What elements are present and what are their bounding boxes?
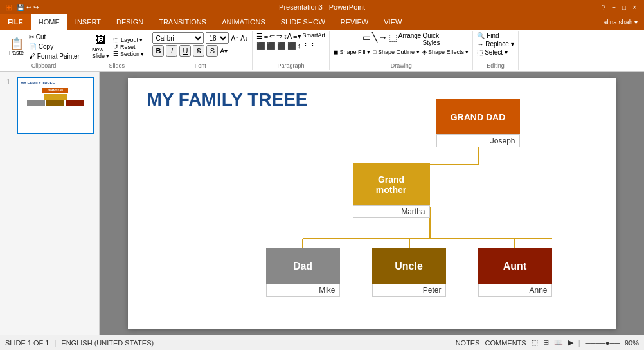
text-direction-btn[interactable]: ↕A bbox=[283, 32, 292, 41]
language-status: ENGLISH (UNITED STATES) bbox=[61, 339, 154, 347]
paragraph-label: Paragraph bbox=[277, 61, 304, 69]
underline-btn[interactable]: U bbox=[179, 45, 191, 57]
bullets-btn[interactable]: ☰ bbox=[256, 32, 263, 41]
tab-design[interactable]: DESIGN bbox=[109, 14, 151, 30]
maximize-btn[interactable]: □ bbox=[620, 4, 629, 11]
bold-btn[interactable]: B bbox=[152, 45, 164, 57]
shape-line[interactable]: ╲ bbox=[372, 32, 377, 46]
ribbon-content: 📋 Paste ✂ Cut 📄 Copy 🖌 Format Painter Cl… bbox=[0, 30, 644, 72]
font-size-select[interactable]: 18 bbox=[206, 32, 229, 44]
node-granddad[interactable]: GRAND DAD Joseph bbox=[436, 99, 520, 147]
window-title: Presentation3 - PowerPoint bbox=[279, 3, 365, 11]
tab-insert[interactable]: INSERT bbox=[67, 14, 109, 30]
tab-review[interactable]: REVIEW bbox=[333, 14, 376, 30]
select-btn[interactable]: ⬚ Select ▾ bbox=[477, 49, 507, 56]
window-controls[interactable]: ? − □ × bbox=[600, 4, 639, 11]
ribbon-group-clipboard: 📋 Paste ✂ Cut 📄 Copy 🖌 Format Painter Cl… bbox=[3, 31, 85, 70]
new-slide-button[interactable]: 🖼 NewSlide ▾ bbox=[89, 33, 112, 60]
tab-home[interactable]: HOME bbox=[31, 14, 67, 30]
granddad-label: GRAND DAD bbox=[451, 112, 506, 122]
tab-view[interactable]: VIEW bbox=[376, 14, 409, 30]
aunt-box: Aunt bbox=[478, 248, 552, 284]
comments-btn[interactable]: COMMENTS bbox=[485, 339, 526, 347]
zoom-slider[interactable]: ────●── bbox=[586, 339, 620, 347]
ribbon-group-font: Calibri 18 A↑ A↓ B I U S̶ S A▾ Font bbox=[148, 31, 252, 70]
slides-label: Slides bbox=[109, 61, 125, 69]
strikethrough-btn[interactable]: S̶ bbox=[193, 45, 204, 57]
align-text-btn[interactable]: ≡▾ bbox=[293, 32, 301, 41]
shape-rect[interactable]: ▭ bbox=[362, 32, 371, 46]
close-btn[interactable]: × bbox=[630, 4, 639, 11]
convert-smartart-btn[interactable]: SmartArt bbox=[303, 32, 326, 41]
minimize-btn[interactable]: − bbox=[609, 4, 618, 11]
slide-panel: 1 MY FAMILY TREEE GRAND DAD bbox=[0, 72, 100, 335]
shape-effects-btn[interactable]: ◈ Shape Effects ▾ bbox=[422, 49, 469, 55]
view-slidesorter-btn[interactable]: ⊞ bbox=[543, 338, 549, 347]
slide-thumbnail[interactable]: MY FAMILY TREEE GRAND DAD bbox=[17, 77, 94, 134]
node-dad[interactable]: Dad Mike bbox=[266, 248, 340, 297]
section-button[interactable]: ☰ Section ▾ bbox=[113, 51, 144, 57]
copy-button[interactable]: 📄 Copy bbox=[28, 42, 81, 51]
layout-button[interactable]: ⬚ Layout ▾ bbox=[113, 37, 144, 43]
tab-transitions[interactable]: TRANSITIONS bbox=[151, 14, 214, 30]
dad-label: Dad bbox=[293, 261, 312, 272]
justify-btn[interactable]: ⬛ bbox=[287, 42, 296, 50]
tab-file[interactable]: FILE bbox=[0, 14, 31, 30]
dad-sublabel: Mike bbox=[266, 284, 340, 297]
view-slideshow-btn[interactable]: ▶ bbox=[568, 338, 573, 347]
shape-fill-btn[interactable]: ◼ Shape Fill ▾ bbox=[334, 49, 370, 55]
ribbon-tabs: FILE HOME INSERT DESIGN TRANSITIONS ANIM… bbox=[0, 14, 644, 30]
ribbon-group-paragraph: ☰ ≡ ⇐ ⇒ ↕A ≡▾ SmartArt ⬛ ⬛ ⬛ ⬛ ↕ ⋮⋮ Para… bbox=[253, 31, 330, 70]
dad-box: Dad bbox=[266, 248, 340, 284]
paste-button[interactable]: 📋 Paste bbox=[6, 37, 26, 57]
font-family-select[interactable]: Calibri bbox=[152, 32, 204, 44]
line-spacing-btn[interactable]: ↕ bbox=[298, 42, 301, 50]
user-name: alina shah ▾ bbox=[597, 14, 644, 30]
uncle-box: Uncle bbox=[372, 248, 446, 284]
decrease-font-btn[interactable]: A↓ bbox=[240, 35, 248, 42]
granddad-sublabel: Joseph bbox=[436, 134, 520, 147]
shadow-btn[interactable]: S bbox=[206, 45, 218, 57]
align-center-btn[interactable]: ⬛ bbox=[267, 42, 276, 50]
font-color-btn[interactable]: A▾ bbox=[220, 48, 228, 55]
ribbon-group-slides: 🖼 NewSlide ▾ ⬚ Layout ▾ ↺ Reset ☰ Sectio… bbox=[85, 31, 149, 70]
zoom-level[interactable]: 90% bbox=[625, 339, 639, 347]
tab-animations[interactable]: ANIMATIONS bbox=[214, 14, 273, 30]
slide-area[interactable]: MY FAMILY TREEE GR bbox=[100, 72, 644, 335]
increase-font-btn[interactable]: A↑ bbox=[231, 35, 238, 42]
notes-btn[interactable]: NOTES bbox=[456, 339, 480, 347]
arrange-btn[interactable]: Arrange bbox=[398, 32, 422, 46]
node-uncle[interactable]: Uncle Peter bbox=[372, 248, 446, 297]
editing-label: Editing bbox=[487, 61, 505, 69]
font-label: Font bbox=[195, 61, 206, 69]
italic-btn[interactable]: I bbox=[166, 45, 177, 57]
quick-styles-btn[interactable]: QuickStyles bbox=[422, 32, 440, 46]
align-left-btn[interactable]: ⬛ bbox=[256, 42, 265, 50]
format-painter-button[interactable]: 🖌 Format Painter bbox=[28, 52, 81, 60]
aunt-sublabel: Anne bbox=[478, 284, 552, 297]
shape-more[interactable]: ⬚ bbox=[389, 32, 397, 46]
find-btn[interactable]: 🔍 Find bbox=[477, 32, 499, 39]
paste-icon: 📋 bbox=[10, 38, 24, 50]
cut-button[interactable]: ✂ Cut bbox=[28, 33, 81, 41]
replace-btn[interactable]: ↔ Replace ▾ bbox=[477, 41, 514, 48]
granddad-box: GRAND DAD bbox=[436, 99, 520, 134]
view-normal-btn[interactable]: ⬚ bbox=[532, 338, 538, 347]
node-grandmother[interactable]: Grandmother Martha bbox=[353, 163, 430, 218]
tab-slideshow[interactable]: SLIDE SHOW bbox=[273, 14, 333, 30]
status-bar: SLIDE 1 OF 1 | ENGLISH (UNITED STATES) N… bbox=[0, 335, 644, 350]
decrease-indent-btn[interactable]: ⇐ bbox=[269, 32, 275, 41]
view-reading-btn[interactable]: 📖 bbox=[554, 338, 563, 347]
help-btn[interactable]: ? bbox=[600, 4, 609, 11]
columns-btn[interactable]: ⋮⋮ bbox=[302, 42, 316, 50]
reset-button[interactable]: ↺ Reset bbox=[113, 44, 144, 50]
align-right-btn[interactable]: ⬛ bbox=[277, 42, 286, 50]
node-aunt[interactable]: Aunt Anne bbox=[478, 248, 552, 297]
shape-arrow[interactable]: → bbox=[379, 32, 388, 46]
shape-outline-btn[interactable]: □ Shape Outline ▾ bbox=[373, 49, 419, 55]
numbering-btn[interactable]: ≡ bbox=[264, 32, 268, 41]
ribbon-group-editing: 🔍 Find ↔ Replace ▾ ⬚ Select ▾ Editing bbox=[473, 31, 518, 70]
increase-indent-btn[interactable]: ⇒ bbox=[276, 32, 282, 41]
quick-access: 💾 ↩ ↪ bbox=[17, 4, 39, 11]
grandmother-label: Grandmother bbox=[376, 174, 406, 195]
